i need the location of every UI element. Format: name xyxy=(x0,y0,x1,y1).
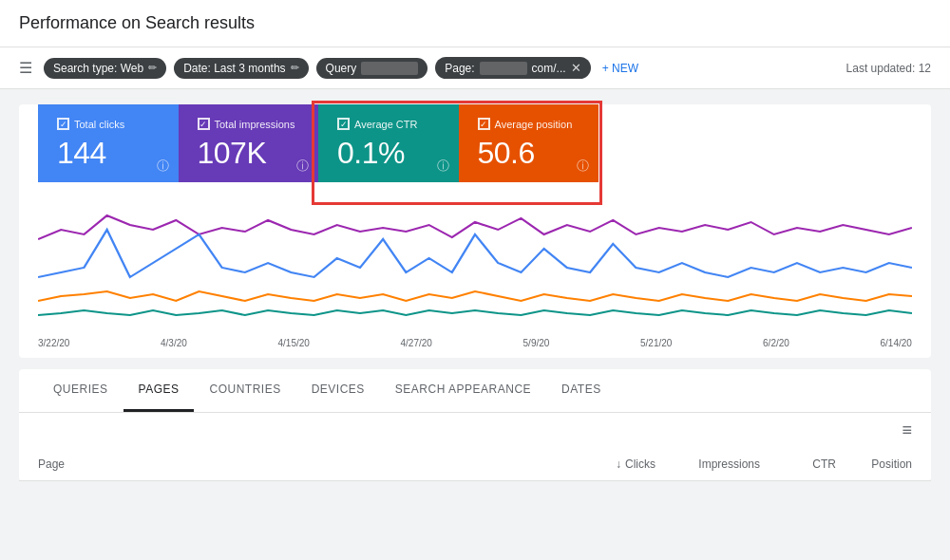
query-chip[interactable]: Query xyxy=(316,58,428,79)
tab-countries[interactable]: COUNTRIES xyxy=(194,369,295,412)
ctr-value: 0.1% xyxy=(337,136,440,171)
clicks-label: Total clicks xyxy=(74,119,124,130)
position-label-row: ✓ Average position xyxy=(478,118,580,130)
ctr-help-icon[interactable]: ⓘ xyxy=(437,158,449,175)
chart-svg xyxy=(38,182,912,334)
x-label-8: 6/14/20 xyxy=(881,338,912,348)
new-filter-button[interactable]: + NEW xyxy=(602,62,638,75)
page-title: Performance on Search results xyxy=(19,13,255,33)
filter-menu-icon[interactable]: ☰ xyxy=(19,59,32,77)
table-filter-row: ≡ xyxy=(19,413,931,448)
col-header-page: Page xyxy=(38,457,522,471)
x-label-4: 4/27/20 xyxy=(401,338,432,348)
ctr-checkbox[interactable]: ✓ xyxy=(337,118,350,130)
x-axis-labels: 3/22/20 4/3/20 4/15/20 4/27/20 5/9/20 5/… xyxy=(38,334,912,348)
new-filter-label: + NEW xyxy=(602,62,638,75)
top-bar: Performance on Search results xyxy=(0,0,950,47)
position-value: 50.6 xyxy=(478,136,580,171)
col-header-ctr[interactable]: CTR xyxy=(760,457,836,471)
page-close-icon[interactable]: ✕ xyxy=(571,61,581,75)
clicks-sort-icon: ↓ xyxy=(616,457,621,471)
search-type-chip[interactable]: Search type: Web ✏ xyxy=(44,58,166,79)
tab-queries[interactable]: QUERIES xyxy=(38,369,124,412)
chart-section: 3/22/20 4/3/20 4/15/20 4/27/20 5/9/20 5/… xyxy=(38,182,912,348)
search-type-label: Search type: Web xyxy=(53,62,143,75)
x-label-1: 3/22/20 xyxy=(38,338,69,348)
position-label: Average position xyxy=(495,119,573,130)
x-label-6: 5/21/20 xyxy=(640,338,672,348)
x-label-7: 6/2/20 xyxy=(763,338,789,348)
total-clicks-label-row: ✓ Total clicks xyxy=(57,118,160,130)
total-clicks-card[interactable]: ✓ Total clicks 144 ⓘ xyxy=(38,104,179,182)
date-edit-icon[interactable]: ✏ xyxy=(291,62,299,74)
average-ctr-card[interactable]: ✓ Average CTR 0.1% ⓘ xyxy=(318,104,459,182)
page-suffix: com/... xyxy=(532,62,566,75)
ctr-label-row: ✓ Average CTR xyxy=(337,118,440,130)
ctr-label: Average CTR xyxy=(354,119,417,130)
line-chart[interactable] xyxy=(38,182,912,334)
x-label-3: 4/15/20 xyxy=(278,338,310,348)
clicks-help-icon[interactable]: ⓘ xyxy=(157,158,169,175)
position-help-icon[interactable]: ⓘ xyxy=(577,158,589,175)
main-content: ✓ Total clicks 144 ⓘ ✓ Total impressions… xyxy=(0,89,950,496)
position-checkbox[interactable]: ✓ xyxy=(478,118,490,130)
x-label-2: 4/3/20 xyxy=(161,338,187,348)
date-chip[interactable]: Date: Last 3 months ✏ xyxy=(174,58,308,79)
table-header: Page ↓ Clicks Impressions CTR Position xyxy=(19,448,931,481)
average-position-card[interactable]: ✓ Average position 50.6 ⓘ xyxy=(459,104,599,182)
page-chip[interactable]: Page: com/... ✕ xyxy=(435,57,590,79)
col-header-impressions[interactable]: Impressions xyxy=(656,457,760,471)
clicks-checkbox[interactable]: ✓ xyxy=(57,118,69,130)
total-impressions-card[interactable]: ✓ Total impressions 107K ⓘ xyxy=(179,104,319,182)
col-header-clicks[interactable]: ↓ Clicks xyxy=(522,457,656,471)
col-header-position[interactable]: Position xyxy=(836,457,912,471)
clicks-value: 144 xyxy=(57,136,160,171)
query-value-redacted xyxy=(361,62,418,75)
impressions-help-icon[interactable]: ⓘ xyxy=(296,158,309,175)
table-filter-icon[interactable]: ≡ xyxy=(902,420,912,440)
date-label: Date: Last 3 months xyxy=(183,62,285,75)
impressions-label-row: ✓ Total impressions xyxy=(198,118,300,130)
x-label-5: 5/9/20 xyxy=(523,338,550,348)
page-value-redacted xyxy=(480,62,527,75)
last-updated-text: Last updated: 12 xyxy=(846,62,931,75)
impressions-value: 107K xyxy=(198,136,300,171)
tab-search-appearance[interactable]: SEARCH APPEARANCE xyxy=(380,369,546,412)
impressions-checkbox[interactable]: ✓ xyxy=(198,118,210,130)
tabs-row: QUERIES PAGES COUNTRIES DEVICES SEARCH A… xyxy=(19,369,931,413)
clicks-col-label: Clicks xyxy=(625,457,656,471)
metrics-row: ✓ Total clicks 144 ⓘ ✓ Total impressions… xyxy=(38,104,598,182)
search-type-edit-icon[interactable]: ✏ xyxy=(148,62,157,74)
impressions-label: Total impressions xyxy=(215,119,295,130)
tab-devices[interactable]: DEVICES xyxy=(296,369,380,412)
tab-pages[interactable]: PAGES xyxy=(124,369,195,412)
query-label: Query xyxy=(326,62,357,75)
page-label: Page: xyxy=(445,62,474,75)
performance-card: ✓ Total clicks 144 ⓘ ✓ Total impressions… xyxy=(19,104,931,358)
tabs-section: QUERIES PAGES COUNTRIES DEVICES SEARCH A… xyxy=(19,369,931,481)
tab-dates[interactable]: DATES xyxy=(546,369,617,412)
filter-bar: ☰ Search type: Web ✏ Date: Last 3 months… xyxy=(0,47,950,89)
